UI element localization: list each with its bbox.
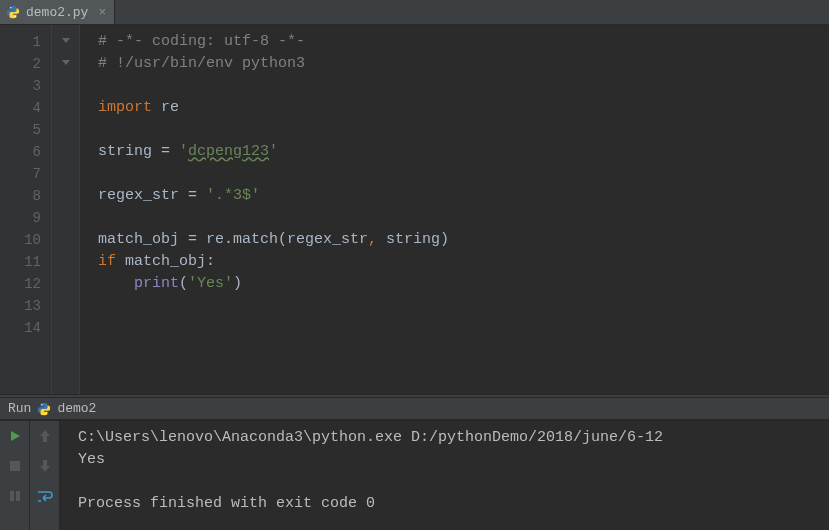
run-label: Run [8,401,31,416]
line-number: 6 [0,141,41,163]
svg-rect-5 [10,491,14,501]
arrow-down-icon[interactable] [36,457,54,475]
code-line[interactable] [98,163,829,185]
run-toolwindow-header[interactable]: Run demo2 [0,398,829,420]
python-file-icon [6,5,20,19]
fold-slot [52,229,79,251]
line-number: 2 [0,53,41,75]
editor-tabs: demo2.py × [0,0,829,25]
file-tab-label: demo2.py [26,5,88,20]
svg-point-2 [42,403,43,404]
console-line: Process finished with exit code 0 [78,493,829,515]
code-line[interactable]: print('Yes') [98,273,829,295]
code-editor[interactable]: 1234567891011121314 # -*- coding: utf-8 … [0,25,829,394]
console-line: Yes [78,449,829,471]
code-line[interactable] [98,295,829,317]
svg-point-0 [10,7,11,8]
fold-slot [52,119,79,141]
fold-slot [52,185,79,207]
fold-slot [52,163,79,185]
run-config-name: demo2 [57,401,96,416]
code-line[interactable] [98,119,829,141]
line-number: 13 [0,295,41,317]
fold-slot [52,317,79,339]
run-toolwindow: C:\Users\lenovo\Anaconda3\python.exe D:/… [0,420,829,530]
line-number: 14 [0,317,41,339]
line-number: 12 [0,273,41,295]
line-number: 3 [0,75,41,97]
line-number: 1 [0,31,41,53]
line-number: 7 [0,163,41,185]
pause-icon[interactable] [6,487,24,505]
code-line[interactable]: string = 'dcpeng123' [98,141,829,163]
code-line[interactable]: match_obj = re.match(regex_str, string) [98,229,829,251]
fold-gutter [52,25,80,394]
stop-icon[interactable] [6,457,24,475]
fold-icon[interactable] [52,53,79,75]
code-line[interactable] [98,207,829,229]
line-number: 10 [0,229,41,251]
line-number: 4 [0,97,41,119]
line-number: 5 [0,119,41,141]
fold-slot [52,207,79,229]
svg-rect-6 [16,491,20,501]
code-line[interactable]: if match_obj: [98,251,829,273]
fold-slot [52,295,79,317]
line-number-gutter: 1234567891011121314 [0,25,52,394]
code-line[interactable]: # -*- coding: utf-8 -*- [98,31,829,53]
arrow-up-icon[interactable] [36,427,54,445]
run-toolbar-secondary [30,421,60,530]
soft-wrap-icon[interactable] [36,487,54,505]
console-line: C:\Users\lenovo\Anaconda3\python.exe D:/… [78,427,829,449]
code-line[interactable] [98,75,829,97]
fold-slot [52,141,79,163]
fold-icon[interactable] [52,31,79,53]
svg-point-3 [46,412,47,413]
line-number: 9 [0,207,41,229]
code-line[interactable]: import re [98,97,829,119]
run-toolbar-primary [0,421,30,530]
code-line[interactable] [98,317,829,339]
console-output[interactable]: C:\Users\lenovo\Anaconda3\python.exe D:/… [60,421,829,530]
python-file-icon [37,402,51,416]
fold-slot [52,251,79,273]
console-line [78,471,829,493]
rerun-icon[interactable] [6,427,24,445]
line-number: 11 [0,251,41,273]
code-line[interactable]: # !/usr/bin/env python3 [98,53,829,75]
fold-slot [52,273,79,295]
line-number: 8 [0,185,41,207]
fold-slot [52,75,79,97]
close-tab-icon[interactable]: × [98,5,106,20]
code-area[interactable]: # -*- coding: utf-8 -*-# !/usr/bin/env p… [80,25,829,394]
svg-rect-4 [10,461,20,471]
code-line[interactable]: regex_str = '.*3$' [98,185,829,207]
fold-slot [52,97,79,119]
svg-point-1 [14,16,15,17]
file-tab[interactable]: demo2.py × [0,0,115,24]
